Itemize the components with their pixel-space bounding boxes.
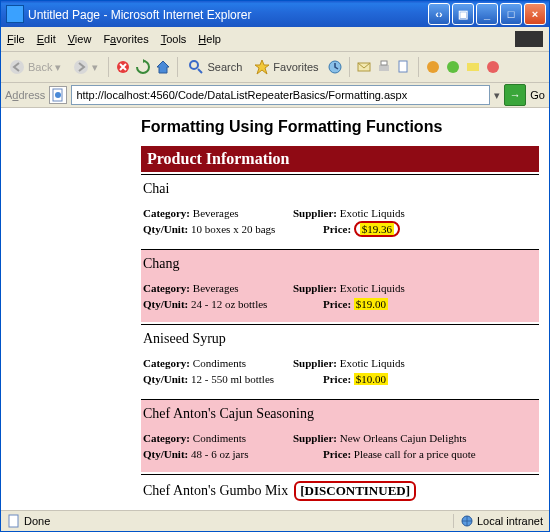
svg-point-11 [447, 61, 459, 73]
ext-icon-3[interactable] [465, 59, 481, 75]
svg-point-13 [487, 61, 499, 73]
print-button[interactable] [376, 59, 392, 75]
page-viewport[interactable]: Formatting Using Formatting Functions Pr… [1, 108, 549, 510]
refresh-button[interactable] [135, 59, 151, 75]
product-row-2: Qty/Unit: 10 boxes x 20 bagsPrice: $19.3… [143, 223, 537, 235]
separator [177, 57, 178, 77]
product-row-1: Category: BeveragesSupplier: Exotic Liqu… [143, 282, 537, 294]
forward-button[interactable]: ▾ [69, 57, 102, 77]
status-done: Done [7, 514, 50, 528]
address-bar: Address ▾ → Go [1, 83, 549, 108]
product-item: Chef Anton's Gumbo Mix[DISCONTINUED]Cate… [141, 474, 539, 510]
svg-rect-16 [9, 515, 18, 527]
product-row-2: Qty/Unit: 48 - 6 oz jarsPrice: Please ca… [143, 448, 537, 460]
favorites-label: Favorites [273, 61, 318, 73]
search-button[interactable]: Search [184, 57, 246, 77]
intranet-icon [460, 514, 474, 528]
window-buttons: ‹› ▣ _ □ × [428, 3, 546, 25]
search-label: Search [207, 61, 242, 73]
page-icon [49, 86, 67, 104]
product-name: Aniseed Syrup [143, 331, 537, 347]
separator [108, 57, 109, 77]
svg-rect-9 [399, 61, 407, 72]
section-header: Product Information [141, 146, 539, 172]
product-item: ChangCategory: BeveragesSupplier: Exotic… [141, 249, 539, 322]
svg-rect-12 [467, 63, 479, 71]
product-item: ChaiCategory: BeveragesSupplier: Exotic … [141, 174, 539, 247]
titlebar: Untitled Page - Microsoft Internet Explo… [1, 1, 549, 27]
window-title: Untitled Page - Microsoft Internet Explo… [28, 7, 428, 22]
price-highlight: $19.36 [354, 221, 400, 237]
edit-button[interactable] [396, 59, 412, 75]
done-icon [7, 514, 21, 528]
history-button[interactable] [327, 59, 343, 75]
menu-file[interactable]: File [7, 33, 25, 45]
product-row-1: Category: BeveragesSupplier: Exotic Liqu… [143, 207, 537, 219]
address-dropdown[interactable]: ▾ [494, 89, 500, 102]
menu-favorites[interactable]: Favorites [103, 33, 148, 45]
search-icon [188, 59, 204, 75]
go-button[interactable]: → [504, 84, 526, 106]
back-button[interactable]: Back ▾ [5, 57, 65, 77]
svg-rect-7 [379, 65, 389, 71]
statusbar: Done Local intranet [1, 510, 549, 531]
status-zone: Local intranet [460, 514, 543, 528]
mail-button[interactable] [356, 59, 372, 75]
product-row-1: Category: CondimentsSupplier: Exotic Liq… [143, 357, 537, 369]
svg-point-15 [55, 92, 61, 98]
back-label: Back [28, 61, 52, 73]
ie-icon [6, 5, 24, 23]
svg-point-10 [427, 61, 439, 73]
product-row-2: Qty/Unit: 24 - 12 oz bottlesPrice: $19.0… [143, 298, 537, 310]
product-row-1: Category: CondimentsSupplier: New Orlean… [143, 432, 537, 444]
close-button[interactable]: × [524, 3, 546, 25]
product-row-2: Qty/Unit: 12 - 550 ml bottlesPrice: $10.… [143, 373, 537, 385]
home-button[interactable] [155, 59, 171, 75]
address-label: Address [5, 89, 45, 101]
separator [349, 57, 350, 77]
go-label: Go [530, 89, 545, 101]
ie-window: Untitled Page - Microsoft Internet Explo… [0, 0, 550, 532]
throbber-icon [515, 31, 543, 47]
product-name: Chai [143, 181, 537, 197]
svg-line-4 [198, 69, 202, 73]
ext-icon-1[interactable] [425, 59, 441, 75]
svg-point-0 [10, 60, 24, 74]
ext-button-1[interactable]: ‹› [428, 3, 450, 25]
menubar: File Edit View Favorites Tools Help [1, 27, 549, 52]
favorites-button[interactable]: Favorites [250, 57, 322, 77]
product-name: Chang [143, 256, 537, 272]
svg-point-1 [74, 60, 88, 74]
menu-view[interactable]: View [68, 33, 92, 45]
discontinued-badge: [DISCONTINUED] [294, 481, 416, 501]
star-icon [254, 59, 270, 75]
stop-button[interactable] [115, 59, 131, 75]
product-name: Chef Anton's Gumbo Mix[DISCONTINUED] [143, 481, 537, 501]
toolbar: Back ▾ ▾ Search Favorites [1, 52, 549, 83]
ext-button-2[interactable]: ▣ [452, 3, 474, 25]
minimize-button[interactable]: _ [476, 3, 498, 25]
menu-edit[interactable]: Edit [37, 33, 56, 45]
ext-icon-2[interactable] [445, 59, 461, 75]
svg-rect-8 [381, 61, 387, 65]
ext-icon-4[interactable] [485, 59, 501, 75]
product-item: Chef Anton's Cajun SeasoningCategory: Co… [141, 399, 539, 472]
product-item: Aniseed SyrupCategory: CondimentsSupplie… [141, 324, 539, 397]
forward-icon [73, 59, 89, 75]
menu-tools[interactable]: Tools [161, 33, 187, 45]
address-input[interactable] [71, 85, 490, 105]
svg-point-3 [190, 61, 198, 69]
maximize-button[interactable]: □ [500, 3, 522, 25]
back-icon [9, 59, 25, 75]
page-title: Formatting Using Formatting Functions [141, 118, 539, 136]
menu-help[interactable]: Help [198, 33, 221, 45]
product-name: Chef Anton's Cajun Seasoning [143, 406, 537, 422]
separator [418, 57, 419, 77]
product-list: ChaiCategory: BeveragesSupplier: Exotic … [141, 174, 539, 510]
